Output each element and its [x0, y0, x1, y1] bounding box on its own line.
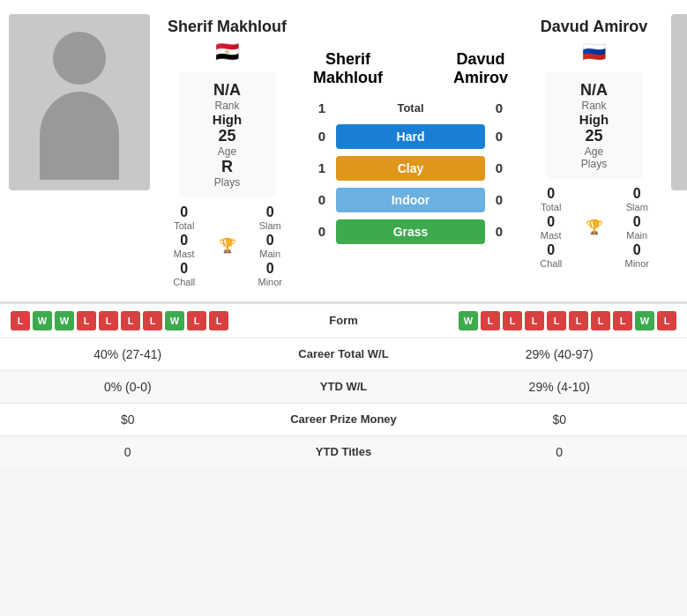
form-badge-l: L — [547, 311, 566, 330]
grass-court-badge: Grass — [336, 219, 485, 244]
player2-age-block: 25 Age — [585, 127, 603, 158]
player1-flag: 🇪🇬 — [215, 41, 239, 63]
prize-right: $0 — [432, 412, 688, 427]
player1-age-value: 25 — [218, 127, 235, 145]
form-badge-w: W — [165, 311, 184, 330]
player2-slam-value: 0 — [633, 186, 641, 202]
player1-name-header: Sherif Makhlouf — [313, 50, 383, 88]
clay-court-badge: Clay — [336, 156, 485, 181]
player1-main-value: 0 — [266, 233, 274, 249]
career-wl-label: Career Total W/L — [256, 347, 432, 360]
grass-court-row: 0 Grass 0 — [313, 219, 508, 244]
form-badge-l: L — [503, 311, 522, 330]
player1-plays-block: R Plays — [214, 158, 240, 189]
hard-score-left: 0 — [313, 129, 331, 144]
player1-rank-value: N/A — [213, 81, 241, 100]
career-wl-right: 29% (40-97) — [432, 347, 688, 361]
hard-court-badge: Hard — [336, 124, 485, 149]
player1-plays-label: Plays — [214, 176, 240, 189]
prize-label: Career Prize Money — [256, 412, 432, 426]
indoor-court-badge: Indoor — [336, 188, 485, 212]
player2-total-label: Total — [541, 202, 561, 212]
player1-mast-block: 0 Mast — [157, 233, 212, 259]
player2-surface-rating: High — [579, 112, 609, 127]
form-badge-l: L — [187, 311, 206, 330]
player1-age-label: Age — [218, 145, 236, 158]
player1-minor-label: Minor — [258, 277, 282, 287]
player2-rank-value: N/A — [580, 81, 608, 100]
player1-main-label: Main — [259, 249, 280, 259]
player2-trophy-icon: 🏆 — [586, 214, 603, 241]
player2-plays-label: Plays — [581, 158, 607, 170]
form-badge-l: L — [657, 311, 676, 330]
player2-plays-block: Plays — [581, 158, 607, 170]
player2-minor-value: 0 — [633, 242, 641, 258]
form-badge-l: L — [99, 311, 118, 330]
player2-chall-label: Chall — [540, 258, 562, 269]
player2-mast-label: Mast — [541, 230, 562, 241]
player1-slam-block: 0 Slam — [243, 204, 298, 231]
player2-info: Davud Amirov 🇷🇺 N/A Rank High 25 Age — [517, 14, 671, 287]
form-section: LWWLLLLWLL Form WLLLLLLLWL — [0, 302, 687, 338]
player2-minor-label: Minor — [625, 258, 650, 269]
player1-surface-rating: High — [213, 112, 242, 127]
form-badge-w: W — [33, 311, 52, 330]
player2-name-top: Davud Amirov — [541, 18, 647, 37]
player2-minor-block: 0 Minor — [610, 242, 665, 269]
hard-court-row: 0 Hard 0 — [313, 124, 508, 149]
form-badge-w: W — [635, 311, 654, 330]
player1-minor-value: 0 — [266, 261, 274, 277]
player1-mast-label: Mast — [174, 249, 195, 259]
titles-label: YTD Titles — [256, 445, 432, 458]
form-badge-l: L — [209, 311, 228, 330]
form-badge-l: L — [143, 311, 162, 330]
player1-surface-block: High — [213, 112, 242, 127]
form-badge-l: L — [591, 311, 610, 330]
player1-slam-value: 0 — [266, 204, 274, 220]
clay-court-row: 1 Clay 0 — [313, 156, 508, 181]
player2-main-value: 0 — [633, 214, 641, 230]
player2-mast-block: 0 Mast — [524, 214, 579, 241]
form-badge-l: L — [11, 311, 30, 330]
player1-chall-value: 0 — [180, 261, 188, 277]
player1-rank-label: Rank — [214, 100, 239, 112]
indoor-score-left: 0 — [313, 192, 331, 207]
form-badge-w: W — [55, 311, 74, 330]
ytd-wl-row: 0% (0-0) YTD W/L 29% (4-10) — [0, 370, 687, 403]
player1-trophy-icon: 🏆 — [219, 233, 236, 259]
player1-total-label: Total — [174, 220, 194, 231]
total-label: Total — [331, 101, 490, 115]
ytd-wl-right: 29% (4-10) — [432, 380, 688, 394]
player2-slam-block: 0 Slam — [610, 186, 665, 212]
player1-chall-block: 0 Chall — [157, 261, 212, 287]
form-badge-w: W — [459, 311, 478, 330]
form-badge-l: L — [121, 311, 140, 330]
player1-photo — [9, 14, 150, 190]
player-comparison: Sherif Makhlouf 🇪🇬 N/A Rank High 25 Age … — [0, 0, 687, 302]
career-wl-left: 40% (27-41) — [0, 347, 256, 361]
clay-score-right: 0 — [490, 160, 508, 175]
center-section: Sherif Makhlouf Davud Amirov 1 Total 0 0… — [304, 14, 517, 287]
player2-slam-label: Slam — [626, 202, 648, 212]
player1-minor-block: 0 Minor — [243, 261, 298, 287]
player1-plays-value: R — [221, 158, 233, 176]
prize-row: $0 Career Prize Money $0 — [0, 403, 687, 435]
stats-table: 40% (27-41) Career Total W/L 29% (40-97)… — [0, 338, 687, 468]
player1-mast-value: 0 — [180, 233, 188, 249]
main-container: Sherif Makhlouf 🇪🇬 N/A Rank High 25 Age … — [0, 0, 687, 468]
titles-right: 0 — [432, 445, 688, 459]
player1-middle-stats: N/A Rank High 25 Age R Plays — [179, 72, 276, 197]
player2-chall-value: 0 — [547, 242, 555, 258]
player2-rank-label: Rank — [582, 100, 607, 112]
player1-chall-label: Chall — [173, 277, 195, 287]
form-badge-l: L — [613, 311, 632, 330]
player2-mast-value: 0 — [547, 214, 555, 230]
player2-chall-block: 0 Chall — [524, 242, 579, 269]
total-score-right: 0 — [490, 100, 508, 115]
player2-form: WLLLLLLLWL — [397, 311, 677, 330]
form-badge-l: L — [525, 311, 544, 330]
player2-main-label: Main — [626, 230, 647, 241]
ytd-wl-label: YTD W/L — [256, 380, 432, 393]
player1-total-block: 0 Total — [157, 204, 212, 231]
prize-left: $0 — [0, 412, 256, 427]
